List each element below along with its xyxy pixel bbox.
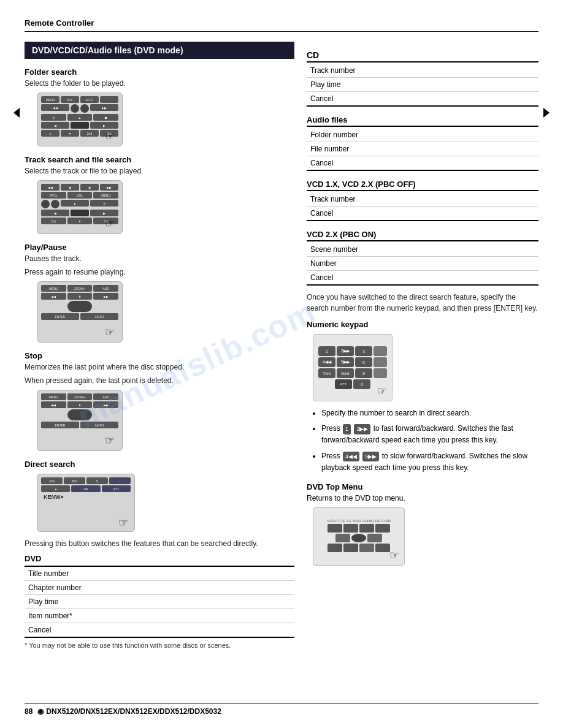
- play-pause-desc2: Press again to resume playing.: [25, 268, 294, 276]
- kp-btn-12: [373, 368, 387, 378]
- disc-icon: ◉: [37, 707, 44, 716]
- vcd2-section: VCD 2.X (PBC ON) Scene number Number Can…: [307, 230, 538, 286]
- af-row-1: Folder number: [307, 128, 538, 142]
- menu-btn-5: [335, 534, 350, 542]
- ds-rb7: ATT: [102, 485, 131, 492]
- kenwood-label: KENW●: [44, 494, 131, 500]
- vcd1-title: VCD 1.X, VCD 2.X (PBC OFF): [307, 180, 538, 191]
- pp-rb1: MENU: [41, 285, 66, 292]
- page-number: 88: [25, 707, 33, 716]
- play-pause-desc1: Pauses the track.: [25, 254, 294, 263]
- stop-section: Stop Memorizes the last point where the …: [25, 351, 294, 451]
- btn-1-inline: 1: [343, 424, 351, 434]
- direct-search-section: Direct search 7nrs 8nxt 9 ◦ ● ON A: [25, 460, 294, 548]
- left-section-header: DVD/VCD/CD/Audio files (DVD mode): [25, 42, 294, 59]
- st-rb3: AUD: [93, 393, 118, 400]
- dvd-top-menu-title: DVD Top Menu: [307, 482, 538, 491]
- ds-rb5: ●: [41, 485, 70, 492]
- kp-btn-7: 6: [355, 357, 372, 367]
- dvd-cell-play-time: Play time: [25, 595, 294, 609]
- cd-title: CD: [307, 50, 538, 63]
- rb4: [100, 96, 118, 103]
- page-header: Remote Controller: [25, 18, 538, 32]
- play-pause-title: Play/Pause: [25, 243, 294, 252]
- ds-rb2: 8nxt: [64, 477, 85, 484]
- kp-btn-8: [373, 357, 387, 367]
- ts-rb14: ▶: [90, 210, 118, 216]
- dvd-row-5: Cancel: [25, 623, 294, 638]
- ts-rb13: [71, 210, 89, 216]
- rb13: [71, 122, 89, 129]
- vcd2-cancel: Cancel: [307, 271, 538, 286]
- dvd-row-4: Item number*: [25, 609, 294, 623]
- cd-row-3: Cancel: [307, 92, 538, 107]
- direct-search-desc: Pressing this button switches the featur…: [25, 539, 294, 548]
- menu-btn-11: [375, 544, 390, 552]
- pp-rb4: ◀◀: [41, 293, 66, 300]
- menu-btn-9: [343, 544, 358, 552]
- kp-btn-3: 3: [355, 346, 372, 356]
- numeric-keypad-image: 1 2▶▶ 3 4◀◀ 5▶▶ 6 7nrs: [313, 334, 393, 401]
- finger-cursor-1: ☞: [105, 129, 115, 143]
- dvd-table-title: DVD: [25, 554, 294, 563]
- ts-rb16: ▼: [67, 218, 93, 224]
- audio-files-section: Audio files Folder number File number Ca…: [307, 115, 538, 171]
- audio-files-title: Audio files: [307, 115, 538, 127]
- stop-title: Stop: [25, 351, 294, 360]
- ts-rb1: ◀◀: [41, 184, 59, 191]
- rb11: ⏹: [93, 114, 118, 121]
- folder-search-image: MENU VOL AFCL ◀◀ ▶▶ ⏸: [37, 93, 123, 146]
- menu-btn-10: [359, 544, 374, 552]
- kp-btn-11: 9: [355, 368, 372, 378]
- dvd-table-section: DVD Title number Chapter number Play tim…: [25, 554, 294, 649]
- st-rb2: ZOOM+: [67, 393, 93, 400]
- ts-rb8: [41, 200, 50, 208]
- dvd-top-menu-desc: Returns to the DVD top menu.: [307, 494, 538, 502]
- btn-4-inline: 4◀◀: [343, 452, 359, 461]
- play-pause-section: Play/Pause Pauses the track. Press again…: [25, 243, 294, 343]
- rb5: ◀◀: [41, 104, 69, 111]
- pp-rb6: ▶▶: [93, 293, 118, 300]
- track-search-desc: Selects the track or file to be played.: [25, 167, 294, 175]
- bullet-3: Press 4◀◀ 5▶▶ to slow forward/backward. …: [321, 450, 538, 474]
- rb7: [80, 104, 89, 113]
- menu-label-2: CL.NAVI: [347, 519, 361, 523]
- dvd-cell-cancel: Cancel: [25, 623, 294, 638]
- pp-rb5: ⏸: [67, 293, 93, 300]
- menu-btn-8: [327, 544, 342, 552]
- vcd1-cancel: Cancel: [307, 207, 538, 221]
- ts-rb5: AFCL: [41, 192, 66, 199]
- af-folder-number: Folder number: [307, 128, 538, 142]
- direct-search-image: 7nrs 8nxt 9 ◦ ● ON ATT KENW● ☞: [37, 474, 135, 532]
- folder-search-section: Folder search Selects the folder to be p…: [25, 67, 294, 146]
- rb15: 1: [41, 130, 59, 137]
- direct-search-title: Direct search: [25, 460, 294, 469]
- btn-5-inline: 5▶▶: [362, 452, 379, 461]
- bullet-2: Press 1 2▶▶ to fast forward/backward. Sw…: [321, 423, 538, 446]
- vcd1-section: VCD 1.X, VCD 2.X (PBC OFF) Track number …: [307, 180, 538, 221]
- ts-rb12: ◀: [41, 210, 69, 216]
- stop-desc2: When pressed again, the last point is de…: [25, 376, 294, 385]
- ds-rb4: ◦: [109, 477, 131, 484]
- cd-table: Track number Play time Cancel: [307, 64, 538, 107]
- vcd1-table: Track number Cancel: [307, 192, 538, 221]
- ds-rb6: ON: [71, 485, 100, 492]
- dvd-top-menu-section: DVD Top Menu Returns to the DVD top menu…: [307, 482, 538, 566]
- dvd-row-1: Title number: [25, 566, 294, 581]
- ts-rb15: 2nd: [41, 218, 66, 224]
- kp-btn-9: 7nrs: [318, 368, 335, 378]
- menu-label-1: VCD/TITLE: [327, 519, 346, 523]
- page-footer: 88 ◉ DNX5120/DNX512EX/DNX512EX/DDX512/DD…: [25, 703, 538, 716]
- ds-rb3: 9: [86, 477, 108, 484]
- st-rb7: [67, 409, 92, 420]
- folder-search-desc: Selects the folder to be played.: [25, 79, 294, 88]
- menu-btn-4: [375, 524, 390, 533]
- vcd2-number: Number: [307, 257, 538, 271]
- finger-cursor-5: ☞: [118, 516, 128, 529]
- kp-btn-13: ATT: [335, 379, 352, 389]
- kp-btn-4: [373, 346, 387, 356]
- footer-model: DNX5120/DNX512EX/DNX512EX/DDX512/DDX5032: [46, 707, 221, 716]
- rb9: ⏸: [41, 114, 66, 121]
- right-column: CD Track number Play time Cancel Audio f…: [307, 42, 538, 649]
- cd-row-1: Track number: [307, 64, 538, 78]
